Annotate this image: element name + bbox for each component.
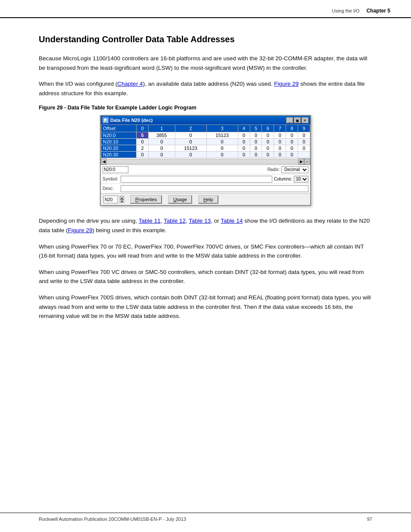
table-row: N20:053855015123000000 [101,132,310,139]
scroll-minus-btn[interactable]: – [304,159,310,165]
header-chapter: Chapter 5 [367,8,390,14]
radix-select[interactable]: Decimal Hex Binary Octal [281,166,308,173]
paragraph-2: When the I/O was configured (Chapter 4),… [39,79,372,98]
table-cell: 0 [148,152,175,158]
restore-button[interactable]: ▣ [294,117,301,123]
table-cell: 0 [206,152,238,158]
paragraph-1: Because MicroLogix 1100/1400 controllers… [39,54,372,72]
window-footer: ▲ ▼ Properties Usage Help [101,193,310,205]
spin-down[interactable]: ▼ [120,199,124,203]
table-cell: 0 [148,139,175,145]
table-cell: 0 [286,132,298,139]
row-label: N20:10 [101,139,137,145]
table-cell: 0 [238,139,250,145]
n20-input[interactable] [103,196,118,203]
figure29-link-2[interactable]: Figure 29 [68,227,93,233]
table-cell: 15123 [206,132,238,139]
table-cell: 0 [262,132,274,139]
table-cell: 15123 [175,145,206,152]
row-label: N20:20 [101,145,137,152]
scroll-left-arrow[interactable]: ◀ [101,159,107,165]
col-header-1: 1 [148,125,175,132]
col-header-6: 6 [262,125,274,132]
scroll-track[interactable] [108,159,297,164]
col-header-9: 9 [298,125,310,132]
table13-link[interactable]: Table 13 [189,218,211,224]
radix-label: Radix: [268,167,280,172]
paragraph-5: When using PowerFlex 700 VC drives or SM… [39,268,372,286]
table12-link[interactable]: Table 12 [164,218,186,224]
table-row: N20:30000000000 [101,152,310,158]
para2-before: When the I/O was configured ( [39,81,117,87]
page-header: Using the I/O Chapter 5 [0,0,411,18]
col-header-8: 8 [286,125,298,132]
para3-after: ) being used in this example. [93,227,167,233]
minimize-button[interactable]: _ [286,117,293,123]
table-cell [298,152,310,158]
col-header-5: 5 [250,125,262,132]
col-header-7: 7 [274,125,286,132]
table-cell: 2 [137,145,149,152]
row-label: N20:0 [101,132,137,139]
para3-or: , or [211,218,221,224]
table-cell: 0 [286,152,298,158]
page-footer: Rockwell Automation Publication 20COMM-U… [0,513,411,522]
n20-spinner[interactable]: ▲ ▼ [120,196,124,203]
usage-button[interactable]: Usage [168,195,192,204]
figure29-link-1[interactable]: Figure 29 [274,81,299,87]
header-section-title: Using the I/O [332,8,359,13]
spin-up[interactable]: ▲ [120,196,124,199]
table-cell: 0 [262,145,274,152]
desc-row: Desc: [101,184,310,193]
table-cell: 0 [148,145,175,152]
paragraph-6: When using PowerFlex 700S drives, which … [39,293,372,321]
col-header-4: 4 [238,125,250,132]
table-cell: 0 [286,139,298,145]
section-title: Understanding Controller Data Table Addr… [39,34,372,44]
desc-input[interactable] [121,185,308,192]
table-cell: 0 [238,132,250,139]
paragraph-4: When using PowerFlex 70 or 70 EC, PowerF… [39,242,372,261]
table-cell: 0 [238,152,250,158]
table-cell: 0 [274,152,286,158]
para2-mid: ), an available data table address (N20)… [143,81,274,87]
footer-page-number: 97 [367,516,372,522]
table-cell: 0 [262,139,274,145]
para3-comma1: , [161,218,164,224]
table-cell: 0 [175,139,206,145]
table-cell: 0 [238,145,250,152]
table-cell: 0 [175,132,206,139]
table-row: N20:100000000000 [101,139,310,145]
columns-select[interactable]: 10 5 16 [294,176,308,183]
table-cell: 0 [298,139,310,145]
address-input[interactable] [103,166,128,173]
window-title-text: Data File N20 (dec) [110,118,153,123]
symbol-input[interactable] [121,176,272,183]
horizontal-scrollbar[interactable]: ◀ ▶ – [101,158,310,165]
para3-before: Depending on the drive you are using, [39,218,139,224]
paragraph-3: Depending on the drive you are using, Ta… [39,216,372,235]
table-header-row: Offset 0 1 2 3 4 5 6 7 8 9 [101,125,310,132]
row-label: N20:30 [101,152,137,158]
table-cell: 0 [286,145,298,152]
window-controls[interactable]: _ ▣ ✕ [286,117,308,123]
window-title-left: 📊 Data File N20 (dec) [103,117,153,123]
table11-link[interactable]: Table 11 [139,218,161,224]
help-button[interactable]: Help [198,195,218,204]
table-cell: 0 [262,152,274,158]
footer-publication: Rockwell Automation Publication 20COMM-U… [39,516,186,522]
scroll-right-arrow[interactable]: ▶ [298,159,304,165]
table-cell: 0 [206,139,238,145]
col-header-3: 3 [206,125,238,132]
chapter4-link[interactable]: Chapter 4 [117,81,143,87]
table-cell: 0 [250,145,262,152]
desc-label: Desc: [103,186,119,191]
close-button[interactable]: ✕ [302,117,308,123]
table-cell: 3855 [148,132,175,139]
table-cell: 0 [274,132,286,139]
table14-link[interactable]: Table 14 [221,218,243,224]
table-cell: 0 [274,139,286,145]
table-row: N20:2020151230000000 [101,145,310,152]
table-cell: 0 [298,145,310,152]
properties-button[interactable]: Properties [130,195,162,204]
